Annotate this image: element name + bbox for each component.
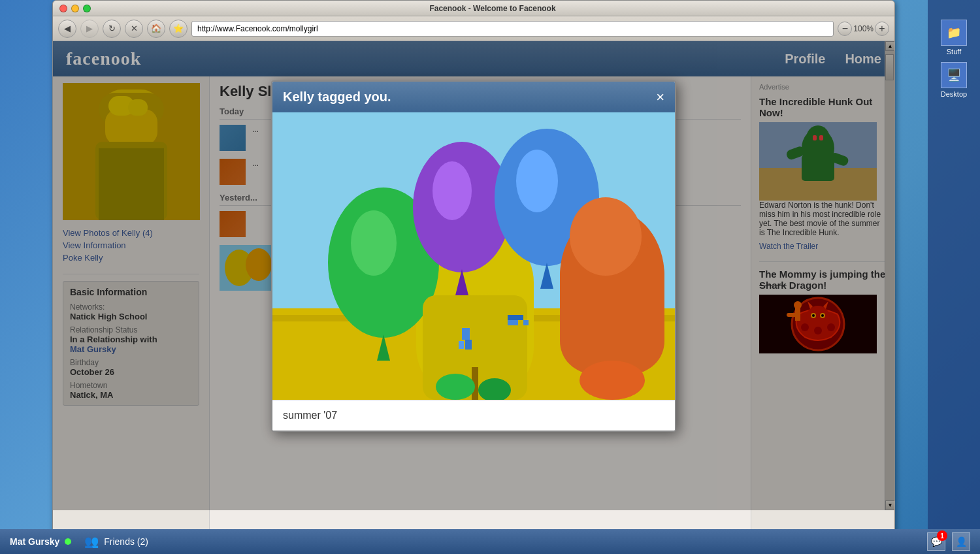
svg-rect-66 — [513, 315, 518, 320]
bookmark-button[interactable]: ⭐ — [169, 20, 188, 38]
svg-point-47 — [433, 161, 472, 220]
stuff-icon: 📁 — [941, 20, 967, 46]
desktop-panel: 📁 Stuff 🖥️ Desktop — [928, 0, 980, 529]
friends-count: Friends (2) — [104, 536, 148, 547]
forward-button[interactable]: ▶ — [80, 20, 99, 38]
online-status-dot — [65, 538, 71, 545]
modal-caption: summer '07 — [272, 400, 675, 431]
svg-rect-56 — [462, 328, 470, 340]
chat-icon-button[interactable]: 💬 1 — [927, 532, 945, 551]
title-bar: Facenook - Welcome to Facenook — [53, 1, 894, 16]
stuff-label: Stuff — [947, 48, 961, 56]
svg-rect-64 — [513, 320, 518, 325]
modal-title: Kelly tagged you. — [283, 90, 391, 105]
svg-rect-67 — [518, 315, 523, 320]
window-controls — [59, 5, 91, 12]
zoom-in-button[interactable]: + — [875, 22, 889, 36]
svg-rect-68 — [523, 320, 529, 325]
desktop-label: Desktop — [941, 90, 967, 98]
svg-rect-63 — [508, 315, 513, 320]
friends-icon-button[interactable]: 👤 — [952, 532, 970, 551]
modal-close-button[interactable]: × — [656, 90, 664, 105]
tag-modal: Kelly tagged you. × — [271, 80, 676, 432]
desktop-item-stuff[interactable]: 📁 Stuff — [941, 20, 967, 56]
taskbar-username: Mat Gursky — [10, 536, 59, 547]
taskbar-icons: 💬 1 👤 — [927, 532, 970, 551]
svg-point-50 — [516, 150, 558, 212]
taskbar-friends[interactable]: 👥 Friends (2) — [84, 534, 148, 549]
maximize-window-button[interactable] — [83, 5, 91, 12]
modal-overlay[interactable]: Kelly tagged you. × — [53, 41, 894, 510]
browser-toolbar: ◀ ▶ ↻ ✕ 🏠 ⭐ − 100% + — [53, 16, 894, 41]
svg-rect-58 — [459, 341, 464, 349]
desktop-icon: 🖥️ — [941, 62, 967, 88]
reload-button[interactable]: ↻ — [103, 20, 121, 38]
modal-image-area — [272, 112, 675, 400]
svg-point-60 — [436, 374, 475, 400]
browser-window: Facenook - Welcome to Facenook ◀ ▶ ↻ ✕ 🏠… — [52, 0, 895, 536]
zoom-out-button[interactable]: − — [838, 22, 852, 36]
minimize-window-button[interactable] — [71, 5, 79, 12]
zoom-level: 100% — [853, 24, 874, 33]
home-button[interactable]: 🏠 — [147, 20, 165, 38]
window-title: Facenook - Welcome to Facenook — [97, 4, 888, 13]
notification-badge: 1 — [937, 530, 947, 541]
address-bar[interactable] — [191, 21, 834, 37]
stop-button[interactable]: ✕ — [125, 20, 143, 38]
modal-caption-text: summer '07 — [283, 410, 337, 421]
svg-rect-57 — [465, 340, 472, 350]
taskbar-user: Mat Gursky — [10, 536, 71, 547]
taskbar: Mat Gursky 👥 Friends (2) 💬 1 👤 — [0, 529, 980, 554]
zoom-controls: − 100% + — [838, 22, 889, 36]
back-button[interactable]: ◀ — [58, 20, 76, 38]
svg-point-62 — [580, 361, 645, 400]
modal-header: Kelly tagged you. × — [272, 82, 675, 112]
desktop-item-desktop[interactable]: 🖥️ Desktop — [941, 62, 967, 98]
svg-point-44 — [351, 210, 397, 276]
svg-point-54 — [570, 197, 642, 276]
balloon-image-svg — [272, 112, 675, 400]
close-window-button[interactable] — [59, 5, 67, 12]
svg-rect-65 — [508, 320, 513, 325]
